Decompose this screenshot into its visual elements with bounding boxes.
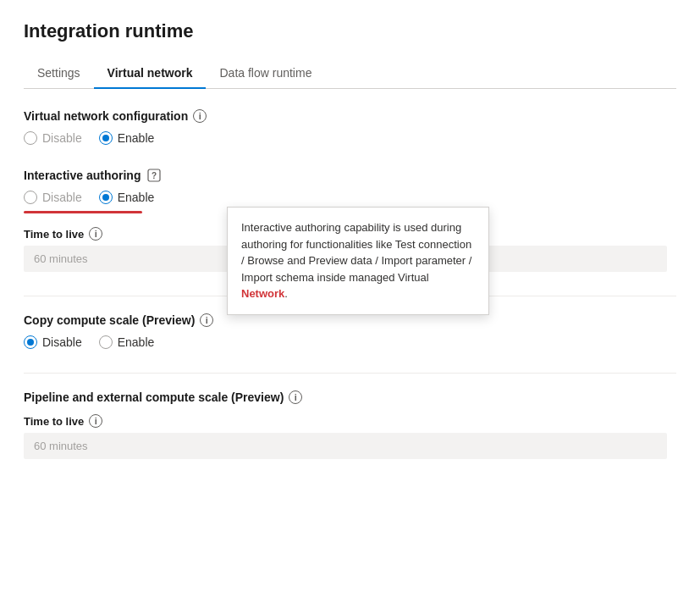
copy-compute-scale-radio-group: Disable Enable bbox=[24, 335, 676, 349]
virtual-network-disable-radio[interactable]: Disable bbox=[24, 131, 82, 145]
interactive-authoring-enable-radio[interactable]: Enable bbox=[99, 191, 155, 204]
pipeline-external-compute-scale-section: Pipeline and external compute scale (Pre… bbox=[24, 390, 676, 459]
interactive-authoring-tooltip: Interactive authoring capability is used… bbox=[227, 207, 489, 315]
virtual-network-config-section: Virtual network configuration i Disable … bbox=[24, 109, 676, 145]
interactive-authoring-disable-radio-outer bbox=[24, 191, 37, 204]
virtual-network-config-info-icon[interactable]: i bbox=[193, 109, 207, 123]
copy-compute-scale-disable-radio[interactable]: Disable bbox=[24, 335, 82, 349]
divider-2 bbox=[24, 373, 676, 374]
copy-compute-scale-section: Copy compute scale (Preview) i Disable E… bbox=[24, 313, 676, 349]
copy-compute-scale-enable-radio-outer bbox=[99, 335, 113, 349]
virtual-network-disable-radio-outer bbox=[24, 131, 37, 145]
virtual-network-config-radio-group: Disable Enable bbox=[24, 131, 676, 145]
tab-data-flow-runtime[interactable]: Data flow runtime bbox=[206, 58, 325, 88]
tab-bar: Settings Virtual network Data flow runti… bbox=[24, 58, 676, 89]
time-to-live-2-block: Time to live i 60 minutes bbox=[24, 414, 676, 459]
interactive-authoring-help-icon[interactable]: ? bbox=[147, 169, 161, 182]
interactive-authoring-title-row: Interactive authoring ? bbox=[24, 169, 676, 182]
copy-compute-scale-disable-radio-inner bbox=[27, 339, 34, 346]
tab-virtual-network[interactable]: Virtual network bbox=[94, 58, 207, 88]
tooltip-highlight: Network bbox=[241, 287, 284, 300]
interactive-authoring-title: Interactive authoring bbox=[24, 169, 141, 182]
copy-compute-scale-enable-radio[interactable]: Enable bbox=[99, 335, 155, 349]
tab-settings[interactable]: Settings bbox=[24, 58, 94, 88]
copy-compute-scale-title: Copy compute scale (Preview) i bbox=[24, 313, 676, 327]
interactive-authoring-radio-group: Disable Enable bbox=[24, 191, 676, 204]
copy-compute-scale-disable-radio-outer bbox=[24, 335, 37, 349]
virtual-network-config-title: Virtual network configuration i bbox=[24, 109, 676, 123]
pipeline-external-compute-scale-title: Pipeline and external compute scale (Pre… bbox=[24, 390, 676, 404]
virtual-network-enable-radio-outer bbox=[99, 131, 113, 145]
time-to-live-2-label: Time to live i bbox=[24, 414, 676, 428]
interactive-authoring-enable-radio-inner bbox=[102, 194, 109, 201]
copy-compute-scale-info-icon[interactable]: i bbox=[200, 313, 213, 327]
time-to-live-2-input[interactable]: 60 minutes bbox=[24, 433, 667, 459]
interactive-authoring-red-bar bbox=[24, 211, 142, 213]
virtual-network-enable-radio[interactable]: Enable bbox=[99, 131, 155, 145]
time-to-live-1-info-icon[interactable]: i bbox=[89, 227, 102, 241]
time-to-live-2-info-icon[interactable]: i bbox=[89, 414, 102, 428]
interactive-authoring-disable-radio[interactable]: Disable bbox=[24, 191, 82, 204]
pipeline-external-compute-scale-info-icon[interactable]: i bbox=[289, 390, 302, 404]
virtual-network-enable-radio-inner bbox=[102, 135, 109, 141]
interactive-authoring-enable-radio-outer bbox=[99, 191, 113, 204]
page-title: Integration runtime bbox=[24, 20, 676, 42]
svg-text:?: ? bbox=[152, 171, 157, 180]
